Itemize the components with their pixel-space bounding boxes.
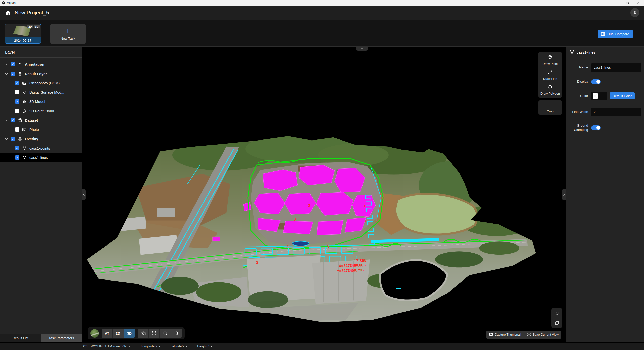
layer-row-point-cloud[interactable]: 3D Point Cloud xyxy=(0,106,82,116)
tab-task-parameters[interactable]: Task Parameters xyxy=(41,334,82,342)
collapse-right-handle[interactable] xyxy=(562,189,566,200)
layer-row-dataset[interactable]: Dataset xyxy=(0,116,82,125)
draw-line-button[interactable]: Draw Line xyxy=(538,69,562,81)
layer-row-cass1-points[interactable]: cass1-points xyxy=(0,144,82,153)
layer-label: Overlay xyxy=(25,137,38,141)
layer-row-result-layer[interactable]: Result Layer xyxy=(0,69,82,78)
photo-icon xyxy=(22,127,27,132)
ground-clamping-toggle[interactable] xyxy=(591,125,601,130)
chevron-down-icon[interactable] xyxy=(5,138,8,140)
app-header: New Project_5 xyxy=(0,6,644,20)
point-cloud-checkbox[interactable] xyxy=(15,109,19,113)
close-icon[interactable] xyxy=(633,0,644,6)
color-select[interactable] xyxy=(591,92,607,100)
home-icon[interactable] xyxy=(5,10,11,16)
viewport-toolbar: AT 2D 3D xyxy=(88,327,185,339)
capture-thumbnail-button[interactable]: Capture Thumbnail xyxy=(489,333,521,337)
cs-selector[interactable]: WGS 84 / UTM zone 50N xyxy=(91,345,131,348)
minimize-icon[interactable] xyxy=(611,0,622,6)
layer-label: Annotation xyxy=(25,62,44,66)
chevron-down-icon[interactable] xyxy=(5,63,8,65)
new-task-button[interactable]: + New Task xyxy=(50,24,86,44)
line-width-input[interactable] xyxy=(591,108,641,116)
viewport: 17-855 X=3273460.663 Y=3273459.796 3 3 3… xyxy=(82,47,566,342)
latitude-readout: Latitude/Y: - xyxy=(170,345,187,348)
3d-scene[interactable]: 17-855 X=3273460.663 Y=3273459.796 3 3 3… xyxy=(82,47,566,342)
marker-label: 3 xyxy=(286,245,289,249)
layer-row-annotation[interactable]: Annotation xyxy=(0,60,82,69)
layer-row-orthophoto[interactable]: Orthophoto (DOM) xyxy=(0,78,82,88)
marker-label: 3 xyxy=(256,260,258,265)
orthophoto-checkbox[interactable] xyxy=(15,81,19,85)
zoom-in-icon[interactable] xyxy=(160,329,171,338)
color-label: Color xyxy=(568,94,588,98)
draw-point-button[interactable]: Draw Point xyxy=(538,55,562,66)
cass1-points-checkbox[interactable] xyxy=(15,146,19,150)
plus-icon: + xyxy=(66,27,70,35)
cs-value: WGS 84 / UTM zone 50N xyxy=(91,345,127,348)
layer-row-overlay[interactable]: Overlay xyxy=(0,134,82,144)
layer-label: 3D Point Cloud xyxy=(29,109,54,113)
line-icon xyxy=(547,69,553,76)
layer-tree: Annotation Result Layer Orthophoto (DOM)… xyxy=(0,58,82,162)
dual-compare-button[interactable]: Dual Compare xyxy=(598,30,633,38)
fit-view-button[interactable] xyxy=(149,329,160,338)
task-bar: 2D 3D 2024-05-17 + New Task Dual Compare xyxy=(0,20,644,47)
ortho-cube-icon[interactable] xyxy=(551,318,562,328)
layer-row-dsm[interactable]: Digital Surface Mod... xyxy=(0,88,82,97)
badge-icon xyxy=(17,72,22,76)
chevron-down-icon[interactable] xyxy=(5,73,8,75)
mode-at-button[interactable]: AT xyxy=(102,329,113,338)
zoom-out-icon[interactable] xyxy=(171,329,182,338)
ground-clamping-row: Ground Clamping xyxy=(568,124,641,132)
layer-label: cass1-points xyxy=(29,146,50,150)
collapse-left-handle[interactable] xyxy=(82,189,86,200)
chevron-down-icon xyxy=(603,95,605,97)
layer-row-photo[interactable]: Photo xyxy=(0,125,82,134)
dataset-checkbox[interactable] xyxy=(11,118,15,122)
layer-row-cass1-lines[interactable]: cass1-lines xyxy=(0,153,82,162)
badge-2d: 2D xyxy=(27,25,33,28)
minimap[interactable] xyxy=(90,329,99,338)
result-layer-checkbox[interactable] xyxy=(11,72,15,76)
default-color-button[interactable]: Default Color xyxy=(610,92,635,99)
photo-checkbox[interactable] xyxy=(15,127,19,132)
perspective-cube-icon[interactable] xyxy=(551,308,562,318)
crop-button[interactable]: Crop xyxy=(538,102,562,113)
cass1-lines-checkbox[interactable] xyxy=(15,155,19,160)
maximize-icon[interactable] xyxy=(622,0,633,6)
page-title: New Project_5 xyxy=(15,10,49,16)
tab-result-list[interactable]: Result List xyxy=(0,334,41,342)
display-label: Display xyxy=(568,80,588,84)
dsm-checkbox[interactable] xyxy=(15,90,19,94)
name-input[interactable] xyxy=(591,63,641,72)
name-row: Name xyxy=(568,63,641,72)
model-icon xyxy=(22,99,27,104)
height-readout: Height/Z: - xyxy=(197,345,212,348)
image-icon xyxy=(22,81,27,85)
save-current-view-button[interactable]: Save Current View xyxy=(527,332,559,337)
display-toggle[interactable] xyxy=(591,79,601,84)
layer-label: Result Layer xyxy=(25,72,47,76)
flag-icon xyxy=(17,62,22,66)
mode-2d-button[interactable]: 2D xyxy=(113,329,124,338)
viewport-icon-group xyxy=(138,329,182,338)
layer-panel-title: Layer xyxy=(0,47,82,57)
chevron-down-icon[interactable] xyxy=(5,119,8,121)
screenshot-button[interactable] xyxy=(138,329,149,338)
line-width-row: Line Width xyxy=(568,108,641,116)
task-card[interactable]: 2D 3D 2024-05-17 xyxy=(5,24,41,44)
user-icon[interactable] xyxy=(630,8,639,17)
draw-line-label: Draw Line xyxy=(543,77,557,81)
collapse-top-handle[interactable] xyxy=(356,47,368,51)
dsm-icon xyxy=(22,90,27,95)
layer-label: Photo xyxy=(29,128,39,132)
draw-tools-panel: Draw Point Draw Line Draw Polygon xyxy=(538,52,562,98)
mode-3d-button[interactable]: 3D xyxy=(124,329,135,338)
task-thumbnail: 2D 3D xyxy=(5,24,41,37)
draw-polygon-button[interactable]: Draw Polygon xyxy=(538,84,562,95)
layer-row-3d-model[interactable]: 3D Model xyxy=(0,97,82,106)
model-checkbox[interactable] xyxy=(15,99,19,104)
overlay-checkbox[interactable] xyxy=(11,137,15,141)
annotation-checkbox[interactable] xyxy=(11,62,15,66)
